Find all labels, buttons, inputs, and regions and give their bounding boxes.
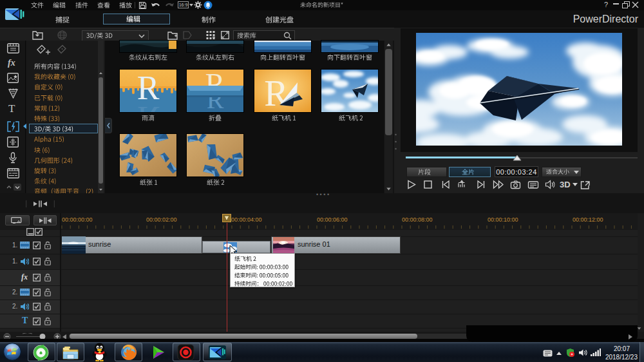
- svg-text:R: R: [137, 100, 160, 112]
- svg-text:R: R: [264, 73, 289, 112]
